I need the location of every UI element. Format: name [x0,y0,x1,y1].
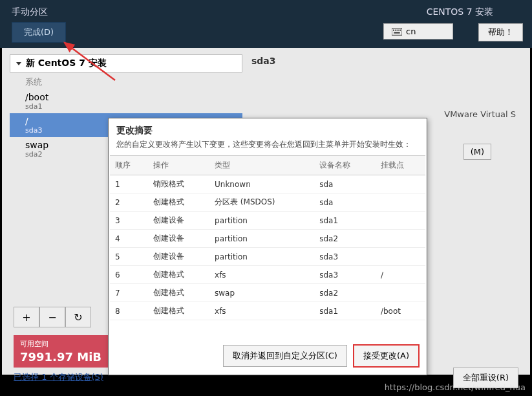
svg-rect-0 [392,28,402,35]
keyboard-layout-label: cn [406,27,416,36]
cell-device: sda [314,175,376,193]
cell-action: 创建设备 [148,230,209,248]
help-button[interactable]: 帮助！ [478,23,523,41]
cell-action: 创建格式 [148,284,209,302]
accept-changes-button[interactable]: 接受更改(A) [354,345,419,367]
cell-mount: / [376,266,425,284]
keyboard-icon [392,28,402,36]
cell-type: Unknown [209,175,314,193]
svg-rect-3 [398,29,399,30]
cell-type: swap [209,284,314,302]
changes-table: 顺序 操作 类型 设备名称 挂载点 1销毁格式Unknownsda2创建格式分区… [110,155,425,320]
cell-order: 4 [110,230,148,248]
cell-mount [376,248,425,266]
cell-mount [376,284,425,302]
svg-rect-1 [393,29,394,30]
cell-type: xfs [209,266,314,284]
cancel-button[interactable]: 取消并返回到自定义分区(C) [223,345,347,367]
cell-type: partition [209,230,314,248]
cell-action: 创建格式 [148,266,209,284]
cell-action: 创建设备 [148,212,209,230]
cell-type: 分区表 (MSDOS) [209,193,314,212]
dialog-title: 更改摘要 [109,118,427,139]
cell-device: sda2 [314,230,376,248]
col-action: 操作 [148,156,209,175]
svg-rect-2 [395,29,396,30]
installer-title: CENTOS 7 安装 [427,6,493,18]
col-order: 顺序 [110,156,148,175]
done-button[interactable]: 完成(D) [12,22,66,43]
col-device: 设备名称 [314,156,376,175]
cell-action: 创建格式 [148,193,209,212]
table-row[interactable]: 2创建格式分区表 (MSDOS)sda [110,193,425,212]
table-row[interactable]: 1销毁格式Unknownsda [110,175,425,193]
svg-rect-4 [399,29,401,30]
cell-device: sda1 [314,302,376,320]
cell-device: sda3 [314,248,376,266]
watermark-text: https://blog.csdn.net/winfred_hua [385,382,526,392]
table-row[interactable]: 6创建格式xfssda3/ [110,266,425,284]
cell-mount [376,230,425,248]
cell-order: 3 [110,212,148,230]
keyboard-indicator[interactable]: cn [383,23,453,39]
cell-order: 8 [110,302,148,320]
table-row[interactable]: 4创建设备partitionsda2 [110,230,425,248]
cell-type: partition [209,212,314,230]
cell-device: sda2 [314,284,376,302]
cell-order: 6 [110,266,148,284]
cell-mount [376,193,425,212]
cell-order: 7 [110,284,148,302]
table-row[interactable]: 7创建格式swapsda2 [110,284,425,302]
table-row[interactable]: 3创建设备partitionsda1 [110,212,425,230]
cell-action: 创建设备 [148,248,209,266]
cell-device: sda3 [314,266,376,284]
cell-mount [376,212,425,230]
cell-order: 2 [110,193,148,212]
changes-summary-dialog: 更改摘要 您的自定义更改将产生以下变更，这些变更将会在您返回到主菜单并开始安装时… [108,118,427,375]
cell-mount [376,175,425,193]
page-title: 手动分区 [12,6,48,18]
dialog-description: 您的自定义更改将产生以下变更，这些变更将会在您返回到主菜单并开始安装时生效： [109,139,427,155]
cell-type: partition [209,248,314,266]
col-mount: 挂载点 [376,156,425,175]
cell-action: 销毁格式 [148,175,209,193]
svg-rect-5 [394,32,399,33]
cell-type: xfs [209,302,314,320]
table-row[interactable]: 5创建设备partitionsda3 [110,248,425,266]
cell-device: sda1 [314,212,376,230]
cell-order: 1 [110,175,148,193]
cell-mount: /boot [376,302,425,320]
cell-device: sda [314,193,376,212]
cell-order: 5 [110,248,148,266]
cell-action: 创建格式 [148,302,209,320]
table-row[interactable]: 8创建格式xfssda1/boot [110,302,425,320]
col-type: 类型 [209,156,314,175]
